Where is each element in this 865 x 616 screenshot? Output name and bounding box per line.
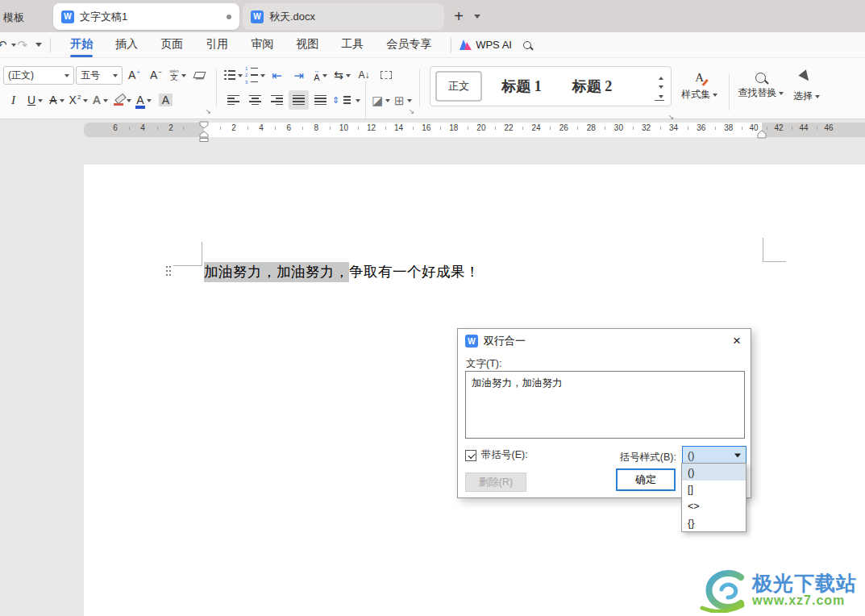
menu-item-页面[interactable]: 页面 xyxy=(149,33,194,57)
menu-item-引用[interactable]: 引用 xyxy=(194,33,239,57)
wps-ai-button[interactable]: WPS AI xyxy=(460,39,512,51)
font-name-combo[interactable]: (正文) xyxy=(3,66,74,85)
chevron-down-icon xyxy=(346,74,351,80)
partial-tab-label[interactable]: 模板 xyxy=(3,10,24,25)
ok-button[interactable]: 确定 xyxy=(616,468,676,491)
font-color[interactable]: A xyxy=(134,90,154,110)
document-text-line[interactable]: 加油努力，加油努力，争取有一个好成果！ xyxy=(204,262,480,281)
ruler-number: 2 xyxy=(231,123,236,132)
clear-format[interactable] xyxy=(189,65,210,85)
style-chip-正文[interactable]: 正文 xyxy=(435,71,482,102)
bracket-option-{}[interactable]: {} xyxy=(682,514,746,531)
distribute[interactable] xyxy=(310,90,331,110)
menu-item-工具[interactable]: 工具 xyxy=(330,33,375,57)
styles-dialog-launcher-icon[interactable] xyxy=(668,113,675,121)
text-effects[interactable]: A xyxy=(90,90,110,110)
sort[interactable]: A↓ xyxy=(354,65,374,85)
right-indent-marker[interactable] xyxy=(757,130,767,139)
superscript[interactable]: X2 xyxy=(69,90,89,110)
ruler-tick-icon xyxy=(522,127,523,130)
watermark-logo-icon xyxy=(697,568,747,613)
with-brackets-checkbox[interactable] xyxy=(465,450,476,461)
styles-scroll-up-icon[interactable] xyxy=(655,72,664,80)
menu-item-开始[interactable]: 开始 xyxy=(59,33,104,57)
bullet-list[interactable] xyxy=(223,65,243,85)
ruler-tick-icon xyxy=(302,127,303,130)
hanging-indent-marker[interactable] xyxy=(199,131,209,143)
dialog-close-button[interactable]: × xyxy=(723,329,751,353)
align-right[interactable] xyxy=(267,90,287,110)
style-chip-标题 2[interactable]: 标题 2 xyxy=(561,71,624,102)
bracket-option-()[interactable]: () xyxy=(682,464,746,481)
character-shading[interactable]: A xyxy=(156,90,176,110)
menu-item-审阅[interactable]: 审阅 xyxy=(239,33,285,57)
chevron-down-icon xyxy=(407,99,412,105)
align-left[interactable] xyxy=(223,90,243,110)
underline[interactable]: U xyxy=(25,90,45,110)
find-replace-button[interactable]: 查找替换 xyxy=(733,65,788,108)
pinyin-guide[interactable]: wén文 xyxy=(168,65,188,85)
sort-glyph: A↓ xyxy=(358,70,369,80)
undo-icon[interactable]: ↶ xyxy=(0,38,9,52)
document-tab[interactable]: W文字文稿1 xyxy=(53,3,239,30)
distribute-icon xyxy=(314,95,326,106)
tab-list-chevron-icon[interactable] xyxy=(474,15,480,22)
bullet-list-icon xyxy=(224,70,235,81)
bracket-style-combobox[interactable]: () xyxy=(682,446,746,464)
decrease-font-size[interactable]: A− xyxy=(146,65,166,85)
styles-scroll-down-icon[interactable] xyxy=(655,82,664,90)
ruler-number: 42 xyxy=(774,123,783,132)
menu-item-会员专享[interactable]: 会员专享 xyxy=(375,33,443,57)
ruler-tick-icon xyxy=(440,127,441,130)
ruler-number: 6 xyxy=(113,123,118,132)
numbered-list[interactable]: 123 xyxy=(245,65,265,85)
dialog-title-bar[interactable]: W 双行合一 xyxy=(458,329,751,353)
group-dialog-launcher-icon[interactable] xyxy=(205,107,211,115)
line-spacing-icon: ⇕ xyxy=(332,95,353,106)
decrease-indent-glyph: ⇤ xyxy=(272,69,282,81)
ruler-tick-icon xyxy=(129,127,130,130)
first-line-indent-marker[interactable] xyxy=(199,121,209,129)
redo-icon[interactable]: ↷ xyxy=(16,38,30,52)
highlight-color[interactable] xyxy=(112,90,132,110)
style-set-icon: A xyxy=(695,71,704,85)
increase-indent[interactable]: ⇥ xyxy=(289,65,309,85)
group-dialog-launcher-icon[interactable] xyxy=(409,107,415,115)
selected-text-run[interactable]: 加油努力，加油努力， xyxy=(204,262,349,282)
asian-layout[interactable]: ⇆ xyxy=(332,65,352,85)
paragraph-drag-handle-icon[interactable] xyxy=(166,266,173,278)
italic[interactable]: I xyxy=(3,90,23,110)
bracket-option-<>[interactable]: <> xyxy=(682,497,746,514)
justify[interactable] xyxy=(289,90,309,110)
combo-value: 五号 xyxy=(81,69,100,82)
document-tab[interactable]: W秋天.docx xyxy=(243,3,444,30)
font-size-combo[interactable]: 五号 xyxy=(76,66,123,85)
text-input-area[interactable]: 加油努力，加油努力 xyxy=(465,371,745,439)
style-set-button[interactable]: A 样式集 xyxy=(676,65,722,108)
styles-more-icon[interactable] xyxy=(655,93,664,101)
undo-chevron-icon[interactable] xyxy=(11,44,16,49)
style-chip-标题 1[interactable]: 标题 1 xyxy=(490,71,553,102)
toolbar-row: (正文)五号A+A−wén文 xyxy=(3,65,210,85)
search-icon[interactable] xyxy=(523,41,531,49)
increase-font-size[interactable]: A+ xyxy=(124,65,144,85)
menu-item-视图[interactable]: 视图 xyxy=(285,33,330,57)
new-tab-button[interactable]: + xyxy=(448,5,469,27)
strikethrough[interactable]: A xyxy=(47,90,67,110)
quick-access-chevron-icon[interactable] xyxy=(35,43,42,50)
align-center[interactable] xyxy=(245,90,265,110)
show-paragraph-marks[interactable] xyxy=(376,65,396,85)
text-run[interactable]: 争取有一个好成果！ xyxy=(349,264,480,280)
delete-button-disabled: 删除(R) xyxy=(465,472,526,492)
change-case[interactable]: ↔A xyxy=(310,65,331,85)
bracket-option-[][interactable]: [] xyxy=(682,481,746,497)
italic-glyph: I xyxy=(11,94,15,106)
ruler-number: 6 xyxy=(286,123,291,132)
line-spacing[interactable]: ⇕ xyxy=(332,90,360,110)
decrease-indent[interactable]: ⇤ xyxy=(267,65,287,85)
horizontal-ruler[interactable]: 6422468101214161820222426283032343638404… xyxy=(0,121,865,144)
ruler-tick-icon xyxy=(468,127,468,130)
select-button[interactable]: 选择 xyxy=(788,65,825,108)
menu-item-插入[interactable]: 插入 xyxy=(104,33,149,57)
shading[interactable]: ◪ xyxy=(371,90,391,110)
